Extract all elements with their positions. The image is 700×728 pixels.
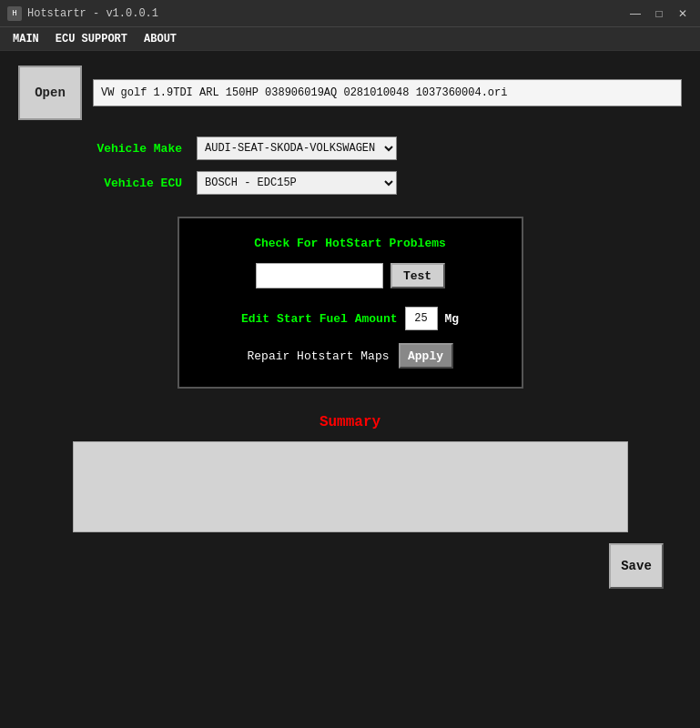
open-button[interactable]: Open bbox=[18, 66, 82, 120]
title-bar-left: H Hotstartr - v1.0.0.1 bbox=[7, 6, 158, 21]
black-panel: Check For HotStart Problems Test Edit St… bbox=[178, 217, 523, 389]
app-icon: H bbox=[7, 6, 22, 21]
vehicle-ecu-select[interactable]: BOSCH - EDC15P BOSCH - EDC16 BOSCH - EDC… bbox=[197, 171, 397, 195]
save-button[interactable]: Save bbox=[609, 543, 664, 589]
test-button[interactable]: Test bbox=[391, 263, 445, 288]
menu-item-ecu-support[interactable]: ECU SUPPORT bbox=[48, 30, 135, 48]
main-content: Open Vehicle Make AUDI-SEAT-SKODA-VOLKSW… bbox=[0, 51, 700, 603]
test-row: Test bbox=[201, 263, 500, 288]
repair-row: Repair Hotstart Maps Apply bbox=[201, 343, 500, 369]
summary-title: Summary bbox=[18, 414, 682, 430]
mg-label: Mg bbox=[445, 312, 460, 326]
minimize-button[interactable]: — bbox=[625, 5, 645, 22]
vehicle-ecu-row: Vehicle ECU BOSCH - EDC15P BOSCH - EDC16… bbox=[73, 171, 682, 195]
vehicle-make-select[interactable]: AUDI-SEAT-SKODA-VOLKSWAGEN BMW MERCEDES … bbox=[197, 136, 397, 160]
vehicle-section: Vehicle Make AUDI-SEAT-SKODA-VOLKSWAGEN … bbox=[18, 136, 682, 195]
apply-button[interactable]: Apply bbox=[399, 343, 453, 369]
save-section: Save bbox=[18, 543, 682, 589]
vehicle-make-row: Vehicle Make AUDI-SEAT-SKODA-VOLKSWAGEN … bbox=[73, 136, 682, 160]
title-bar-controls: — □ ✕ bbox=[625, 5, 693, 22]
panel-title: Check For HotStart Problems bbox=[201, 237, 500, 250]
menu-bar: MAIN ECU SUPPORT ABOUT bbox=[0, 27, 700, 51]
app-icon-label: H bbox=[12, 9, 16, 18]
test-input[interactable] bbox=[256, 263, 383, 288]
summary-section: Summary bbox=[18, 414, 682, 532]
open-section: Open bbox=[18, 66, 682, 120]
vehicle-make-label: Vehicle Make bbox=[73, 142, 182, 156]
fuel-amount-label: Edit Start Fuel Amount bbox=[241, 312, 398, 326]
summary-box bbox=[73, 441, 628, 532]
fuel-amount-input[interactable] bbox=[405, 307, 438, 330]
menu-item-about[interactable]: ABOUT bbox=[137, 30, 184, 48]
maximize-button[interactable]: □ bbox=[649, 5, 669, 22]
repair-hotstart-label: Repair Hotstart Maps bbox=[247, 349, 389, 363]
title-bar: H Hotstartr - v1.0.0.1 — □ ✕ bbox=[0, 0, 700, 27]
vehicle-ecu-label: Vehicle ECU bbox=[73, 177, 182, 190]
title-bar-title: Hotstartr - v1.0.0.1 bbox=[27, 7, 158, 20]
fuel-row: Edit Start Fuel Amount Mg bbox=[201, 307, 500, 330]
menu-item-main[interactable]: MAIN bbox=[5, 30, 46, 48]
file-path-input[interactable] bbox=[93, 79, 682, 106]
close-button[interactable]: ✕ bbox=[673, 5, 693, 22]
